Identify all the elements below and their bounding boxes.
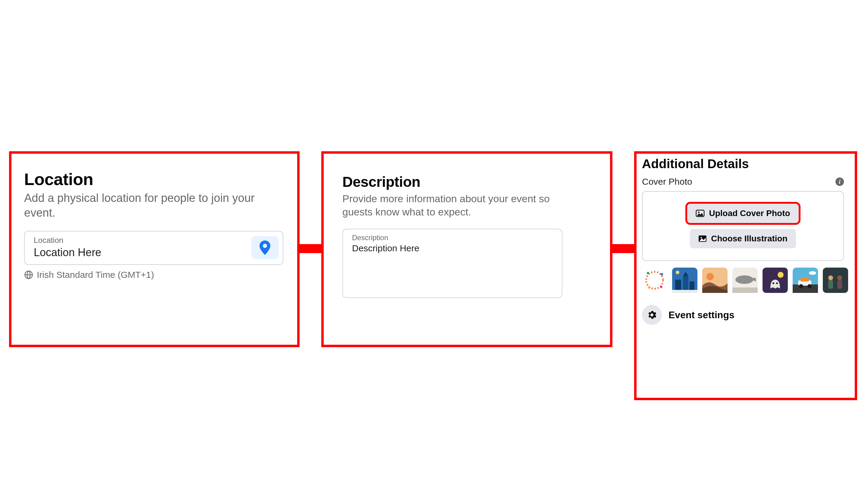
description-panel: Description Provide more information abo… xyxy=(342,174,562,298)
svg-point-6 xyxy=(700,237,702,238)
description-field-label: Description xyxy=(343,229,562,242)
location-pin-icon xyxy=(259,241,270,255)
cover-photo-label: Cover Photo xyxy=(642,176,692,187)
description-subtitle: Provide more information about your even… xyxy=(342,192,562,218)
illustration-thumb[interactable] xyxy=(642,267,667,293)
svg-point-8 xyxy=(647,272,649,274)
location-field-value: Location Here xyxy=(25,245,283,264)
gear-icon-circle xyxy=(642,305,662,325)
svg-point-30 xyxy=(828,275,833,280)
cover-photo-header: Cover Photo i xyxy=(642,176,844,187)
svg-point-29 xyxy=(809,271,816,275)
illustration-thumb[interactable] xyxy=(702,267,728,293)
description-field[interactable]: Description Description Here xyxy=(342,229,562,298)
illustration-thumb[interactable] xyxy=(793,267,818,293)
additional-panel: Additional Details Cover Photo i Upload … xyxy=(642,157,844,325)
svg-point-27 xyxy=(799,284,803,289)
svg-point-22 xyxy=(773,282,774,284)
location-field[interactable]: Location Location Here xyxy=(24,231,283,265)
svg-rect-13 xyxy=(683,276,688,290)
choose-illustration-button[interactable]: Choose Illustration xyxy=(690,229,796,248)
svg-point-10 xyxy=(648,286,650,289)
connector-2 xyxy=(613,244,634,253)
illustration-thumb[interactable] xyxy=(823,267,848,293)
illustration-thumb[interactable] xyxy=(672,267,697,293)
event-settings-label: Event settings xyxy=(668,309,734,321)
svg-rect-26 xyxy=(801,277,809,281)
choose-illustration-label: Choose Illustration xyxy=(711,234,788,244)
svg-rect-12 xyxy=(675,280,681,290)
description-field-value: Description Here xyxy=(343,242,562,259)
location-field-label: Location xyxy=(25,231,283,245)
gear-icon xyxy=(647,309,657,320)
svg-point-23 xyxy=(776,282,778,284)
illustration-thumb[interactable] xyxy=(732,267,758,293)
timezone-row: Irish Standard Time (GMT+1) xyxy=(24,270,283,280)
upload-cover-photo-label: Upload Cover Photo xyxy=(709,208,790,218)
illustration-icon xyxy=(698,235,707,242)
svg-point-32 xyxy=(837,275,842,280)
svg-rect-31 xyxy=(828,280,833,289)
svg-point-21 xyxy=(778,272,784,278)
svg-point-16 xyxy=(676,270,679,274)
info-icon[interactable]: i xyxy=(835,177,844,186)
additional-title: Additional Details xyxy=(642,157,844,171)
location-title: Location xyxy=(24,169,283,189)
location-pin-button[interactable] xyxy=(251,236,278,259)
upload-cover-photo-button[interactable]: Upload Cover Photo xyxy=(687,204,799,223)
svg-point-28 xyxy=(807,284,812,289)
timezone-label: Irish Standard Time (GMT+1) xyxy=(37,270,154,280)
image-upload-icon xyxy=(696,210,704,217)
svg-point-11 xyxy=(660,286,663,288)
description-title: Description xyxy=(342,174,562,190)
svg-rect-24 xyxy=(793,284,818,293)
location-subtitle: Add a physical location for people to jo… xyxy=(24,191,283,221)
svg-point-19 xyxy=(735,275,754,284)
illustration-thumb[interactable] xyxy=(762,267,788,293)
svg-point-4 xyxy=(698,212,699,213)
illustration-thumbnails xyxy=(642,267,844,293)
svg-rect-33 xyxy=(837,280,842,289)
cover-photo-box: Upload Cover Photo Choose Illustration xyxy=(642,191,844,261)
svg-rect-20 xyxy=(732,288,758,293)
globe-icon xyxy=(24,270,33,279)
svg-rect-17 xyxy=(672,290,697,293)
location-panel: Location Add a physical location for peo… xyxy=(24,169,283,280)
svg-point-9 xyxy=(661,273,663,275)
connector-1 xyxy=(299,244,321,253)
svg-rect-15 xyxy=(689,281,694,290)
svg-marker-14 xyxy=(683,272,688,276)
svg-point-18 xyxy=(707,273,714,280)
event-settings-row[interactable]: Event settings xyxy=(642,305,844,325)
